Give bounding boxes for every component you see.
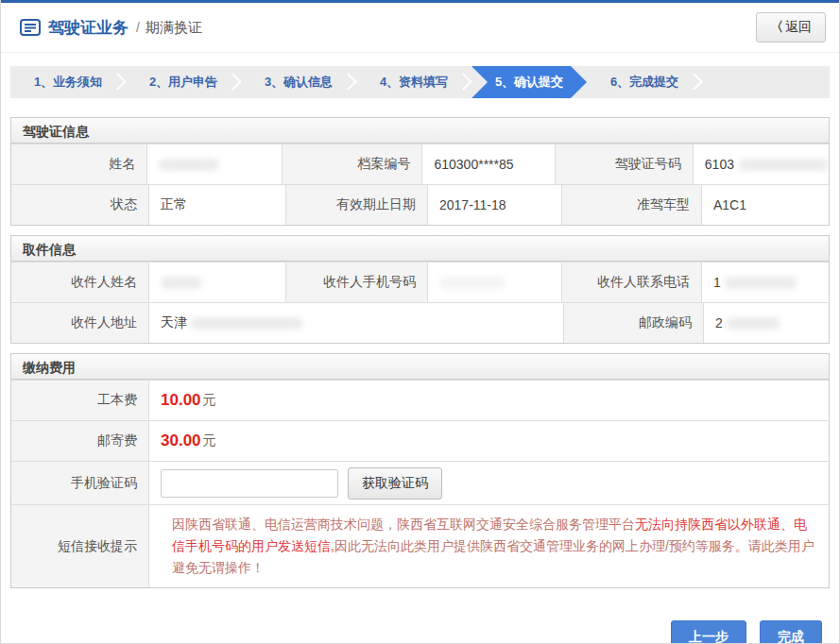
step-5-confirm-submit-active: 5、确认提交: [471, 66, 587, 98]
sms-code-label: 手机验证码: [11, 462, 148, 504]
step-4-label: 4、资料填写: [380, 75, 448, 89]
back-button[interactable]: 〈返回: [756, 12, 826, 42]
license-info-section: 驾驶证信息 姓名 档案编号 610300****85 驾驶证号码 6103 状态…: [10, 117, 830, 226]
previous-step-button[interactable]: 上一步: [671, 620, 746, 644]
status-label: 状态: [11, 185, 148, 225]
postage-fee-label: 邮寄费: [11, 421, 148, 461]
pickup-info-section: 取件信息 收件人姓名 收件人手机号码 收件人联系电话 1 收件人地址 天津 邮政…: [10, 235, 830, 344]
file-no-label: 档案编号: [282, 144, 421, 184]
step-2-user-declaration: 2、用户申告: [126, 66, 241, 98]
redacted-recipient-address: [190, 317, 303, 330]
table-row: 收件人地址 天津 邮政编码 2: [11, 302, 829, 343]
production-fee-amount: 10.00: [161, 391, 201, 410]
recipient-name-label: 收件人姓名: [11, 263, 148, 302]
step-2-label: 2、用户申告: [149, 75, 217, 89]
step-5-label: 5、确认提交: [495, 75, 563, 89]
currency-unit: 元: [203, 392, 216, 409]
expiry-label: 有效期止日期: [285, 185, 427, 225]
expiry-value: 2017-11-18: [427, 185, 561, 225]
step-3-label: 3、确认信息: [265, 75, 333, 89]
fees-section-title: 缴纳费用: [11, 354, 829, 380]
page-header: 驾驶证业务 / 期满换证 〈返回: [1, 3, 839, 53]
file-no-value: 610300****85: [421, 144, 554, 184]
form-list-icon: [20, 19, 41, 36]
get-code-button[interactable]: 获取验证码: [348, 467, 442, 500]
name-label: 姓名: [11, 144, 146, 184]
production-fee-value: 10.00元: [148, 381, 829, 420]
step-wizard: 1、业务须知 2、用户申告 3、确认信息 4、资料填写 5、确认提交 6、完成提…: [10, 66, 830, 98]
recipient-name-value: [148, 263, 285, 302]
name-value: [146, 144, 282, 184]
production-fee-label: 工本费: [11, 381, 148, 420]
redacted-license-no: [738, 159, 829, 171]
vehicle-class-label: 准驾车型: [561, 185, 701, 225]
vehicle-class-value: A1C1: [701, 185, 829, 225]
table-row: 邮寄费 30.00元: [11, 420, 829, 461]
finish-button[interactable]: 完成: [760, 620, 822, 644]
step-1-business-notice: 1、业务须知: [10, 66, 126, 98]
redacted-recipient-mobile: [439, 277, 506, 289]
back-button-label: 返回: [785, 19, 812, 34]
step-6-complete-submit: 6、完成提交: [587, 66, 702, 98]
page-title: 驾驶证业务: [48, 17, 129, 39]
status-value: 正常: [148, 185, 285, 225]
fees-section: 缴纳费用 工本费 10.00元 邮寄费 30.00元 手机验证码 获取验证码 短…: [10, 353, 830, 588]
step-4-fill-data: 4、资料填写: [356, 66, 471, 98]
postal-code-value: 2: [703, 303, 829, 343]
recipient-mobile-value: [427, 263, 561, 302]
license-no-label: 驾驶证号码: [555, 144, 693, 184]
step-6-label: 6、完成提交: [610, 75, 678, 89]
table-row: 状态 正常 有效期止日期 2017-11-18 准驾车型 A1C1: [11, 184, 829, 225]
license-no-prefix: 6103: [705, 157, 734, 172]
footer-actions: 上一步 完成: [1, 620, 822, 644]
table-row: 短信接收提示 因陕西省联通、电信运营商技术问题，陕西省互联网交通安全综合服务管理…: [11, 504, 829, 587]
step-1-label: 1、业务须知: [34, 75, 102, 89]
sms-notice-cell: 因陕西省联通、电信运营商技术问题，陕西省互联网交通安全综合服务管理平台无法向持陕…: [148, 505, 829, 587]
sms-code-cell: 获取验证码: [148, 462, 829, 504]
redacted-recipient-phone: [724, 277, 797, 289]
recipient-mobile-label: 收件人手机号码: [285, 263, 427, 302]
table-row: 姓名 档案编号 610300****85 驾驶证号码 6103: [11, 144, 829, 184]
table-row: 手机验证码 获取验证码: [11, 461, 829, 504]
step-3-confirm-info: 3、确认信息: [241, 66, 356, 98]
recipient-address-prefix: 天津: [161, 314, 187, 331]
breadcrumb-current: 期满换证: [146, 19, 202, 37]
back-chevron-icon: 〈: [770, 19, 783, 34]
postal-code-label: 邮政编码: [563, 303, 703, 343]
pickup-section-title: 取件信息: [11, 236, 829, 262]
page: 驾驶证业务 / 期满换证 〈返回 1、业务须知 2、用户申告 3、确认信息 4、…: [0, 0, 840, 644]
sms-notice-label: 短信接收提示: [11, 505, 148, 587]
postage-fee-value: 30.00元: [148, 421, 829, 461]
redacted-name: [159, 159, 219, 171]
breadcrumb-separator: /: [136, 20, 140, 35]
recipient-phone-label: 收件人联系电话: [561, 263, 701, 302]
recipient-phone-value: 1: [701, 263, 829, 302]
redacted-postal-code: [726, 317, 780, 330]
recipient-phone-prefix: 1: [713, 275, 721, 290]
currency-unit: 元: [203, 432, 216, 449]
table-row: 工本费 10.00元: [11, 380, 829, 420]
postal-code-prefix: 2: [715, 315, 723, 330]
recipient-address-label: 收件人地址: [11, 303, 148, 343]
redacted-recipient-name: [161, 277, 202, 289]
recipient-address-value: 天津: [148, 303, 563, 343]
sms-code-input[interactable]: [161, 469, 338, 498]
license-section-title: 驾驶证信息: [11, 118, 829, 144]
notice-part-1: 因陕西省联通、电信运营商技术问题，陕西省互联网交通安全综合服务管理平台: [172, 517, 635, 532]
table-row: 收件人姓名 收件人手机号码 收件人联系电话 1: [11, 262, 829, 302]
postage-fee-amount: 30.00: [161, 432, 201, 450]
sms-notice-text: 因陕西省联通、电信运营商技术问题，陕西省互联网交通安全综合服务管理平台无法向持陕…: [161, 505, 829, 587]
license-no-value: 6103: [693, 144, 829, 184]
